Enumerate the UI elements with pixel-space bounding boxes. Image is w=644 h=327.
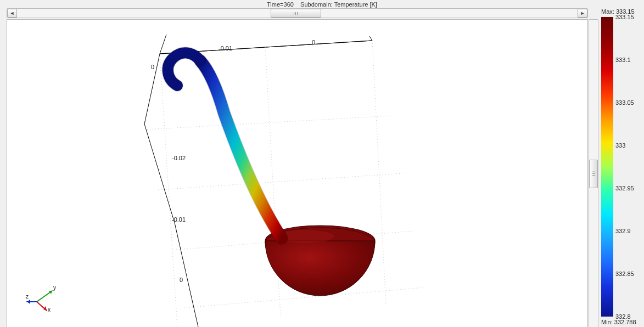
horizontal-scrollbar[interactable]: ◄ III ► — [7, 8, 588, 18]
plot-svg: -0.01 0 0 -0.02 -0.01 0 — [7, 20, 587, 327]
axis-top-tick-1: -0.01 — [219, 45, 232, 52]
axis-left-tick-mid1: -0.02 — [172, 155, 186, 161]
subdomain-label: Subdomain: Temperature [K] — [300, 1, 377, 8]
legend-min-label: Min: 332.788 — [601, 319, 636, 325]
svg-marker-16 — [27, 300, 30, 304]
axis-left-tick-bot: 0 — [180, 277, 183, 283]
svg-line-3 — [372, 41, 386, 305]
ladle-model — [168, 53, 375, 296]
legend-ticks: 333.15333.1333.05333332.95332.9332.85332… — [615, 17, 640, 317]
svg-line-5 — [158, 173, 402, 190]
color-legend: Max: 333.15 333.15333.1333.05333332.9533… — [601, 8, 640, 325]
axis-left-tick-top: 0 — [151, 64, 154, 70]
legend-tick: 332.9 — [615, 228, 631, 234]
plot-title: Time=360 Subdomain: Temperature [K] — [0, 1, 644, 8]
axes-box: -0.01 0 0 -0.02 -0.01 0 — [144, 35, 424, 327]
legend-tick: 332.95 — [615, 185, 634, 191]
legend-tick: 333.05 — [615, 99, 634, 106]
svg-rect-17 — [601, 17, 613, 317]
svg-line-11 — [37, 291, 52, 302]
svg-line-4 — [147, 116, 391, 129]
legend-bar — [601, 17, 613, 317]
legend-tick: 332.85 — [615, 270, 634, 277]
plot-viewport[interactable]: -0.01 0 0 -0.02 -0.01 0 — [7, 19, 588, 327]
vertical-scrollbar[interactable]: III — [589, 19, 598, 327]
triad-y-label: y — [53, 285, 56, 291]
triad-x-label: x — [48, 307, 51, 313]
axis-top-tick-2: 0 — [312, 39, 315, 46]
svg-line-1 — [160, 54, 177, 327]
scroll-left-button[interactable]: ◄ — [7, 9, 17, 18]
triad-z-label: z — [26, 294, 29, 300]
orientation-triad[interactable]: y x z — [26, 280, 59, 313]
hscroll-thumb[interactable]: III — [271, 9, 321, 18]
legend-tick: 333.1 — [615, 57, 631, 63]
axis-left-tick-mid2: -0.01 — [172, 216, 186, 223]
legend-tick: 333.15 — [615, 14, 634, 20]
vscroll-thumb[interactable]: III — [589, 160, 598, 188]
legend-tick: 333 — [615, 142, 625, 149]
scroll-right-button[interactable]: ► — [578, 9, 587, 18]
time-label: Time=360 — [267, 1, 294, 8]
